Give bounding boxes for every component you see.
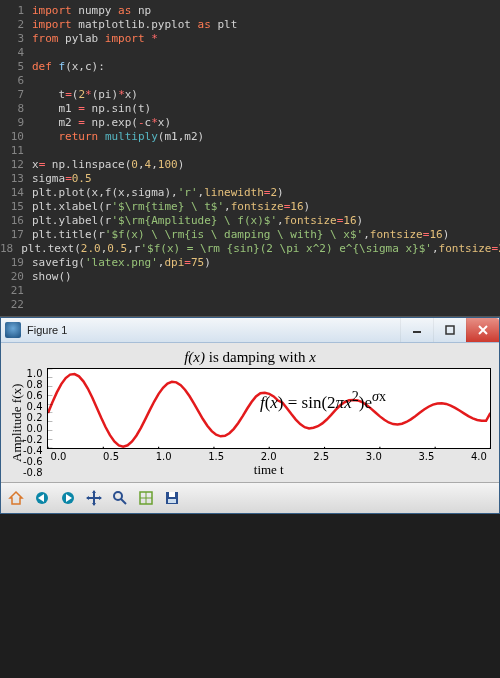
chart-title: f(x) is damping with x xyxy=(9,349,491,366)
svg-marker-23 xyxy=(10,492,22,504)
code-editor[interactable]: 1import numpy as np 2import matplotlib.p… xyxy=(0,0,500,317)
home-icon[interactable] xyxy=(4,486,28,510)
pan-icon[interactable] xyxy=(82,486,106,510)
svg-rect-41 xyxy=(168,499,176,503)
svg-marker-31 xyxy=(92,503,96,506)
maximize-button[interactable] xyxy=(433,318,466,342)
mpl-toolbar xyxy=(1,482,499,513)
chart-annotation: f(x) = sin(2πx2)eσx xyxy=(260,388,386,413)
close-button[interactable] xyxy=(466,318,499,342)
svg-line-35 xyxy=(121,499,126,504)
svg-marker-30 xyxy=(92,490,96,493)
window-title: Figure 1 xyxy=(27,324,67,336)
back-icon[interactable] xyxy=(30,486,54,510)
y-axis-label: Amplitude f(x) xyxy=(9,368,23,478)
svg-point-34 xyxy=(114,492,122,500)
matplotlib-icon xyxy=(5,322,21,338)
minimize-button[interactable] xyxy=(400,318,433,342)
forward-icon[interactable] xyxy=(56,486,80,510)
line-number: 1 xyxy=(0,4,32,18)
title-bar[interactable]: Figure 1 xyxy=(1,318,499,343)
svg-rect-1 xyxy=(446,326,454,334)
svg-rect-40 xyxy=(169,492,175,497)
svg-marker-33 xyxy=(99,496,102,500)
subplots-icon[interactable] xyxy=(134,486,158,510)
x-axis-label: time t xyxy=(47,462,491,478)
figure-canvas[interactable]: f(x) is damping with x Amplitude f(x) 1.… xyxy=(1,343,499,482)
zoom-icon[interactable] xyxy=(108,486,132,510)
x-ticks: 0.00.51.01.52.02.53.03.54.0 xyxy=(47,451,491,462)
figure-window: Figure 1 f(x) is damping with x Amplitud… xyxy=(0,317,500,514)
svg-marker-32 xyxy=(86,496,89,500)
save-icon[interactable] xyxy=(160,486,184,510)
y-ticks: 1.00.80.60.40.20.0-0.2-0.4-0.6-0.8 xyxy=(23,368,47,478)
plot-area[interactable]: f(x) = sin(2πx2)eσx xyxy=(47,368,491,449)
